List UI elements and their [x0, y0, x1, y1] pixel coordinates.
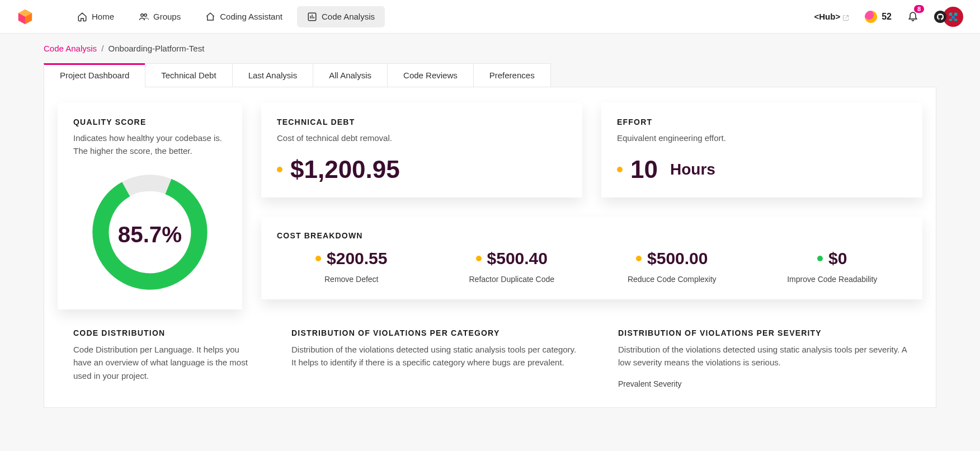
card-quality-score: QUALITY SCORE Indicates how healthy your… — [58, 103, 242, 309]
svg-rect-9 — [949, 18, 953, 21]
notification-badge: 8 — [914, 5, 924, 13]
breakdown-label: Improve Code Readability — [758, 275, 907, 284]
card-title: DISTRIBUTION OF VIOLATIONS PER CATEGORY — [291, 328, 580, 337]
svg-rect-10 — [954, 18, 958, 21]
quality-value: 85.7% — [118, 222, 182, 247]
hub-link[interactable]: <Hub> — [814, 12, 850, 21]
effort-unit: Hours — [670, 161, 715, 178]
nav-label: Coding Assistant — [220, 12, 282, 21]
top-nav: Home Groups Coding Assistant Code Analys… — [0, 0, 980, 34]
svg-rect-6 — [949, 12, 953, 16]
nav-coding-assistant[interactable]: Coding Assistant — [195, 6, 293, 27]
card-code-distribution: CODE DISTRIBUTION Code Distribution per … — [71, 328, 256, 388]
breadcrumb-sep: / — [101, 44, 103, 53]
nav-label: Groups — [153, 12, 181, 21]
breakdown-label: Refactor Duplicate Code — [437, 275, 587, 284]
breakdown-label: Remove Defect — [277, 275, 426, 284]
breakdown-value: $500.00 — [647, 250, 708, 267]
card-title: CODE DISTRIBUTION — [73, 328, 253, 337]
coin-count: 52 — [882, 12, 892, 22]
card-title: DISTRIBUTION OF VIOLATIONS PER SEVERITY — [618, 328, 907, 337]
svg-rect-8 — [951, 16, 955, 19]
card-violations-category: DISTRIBUTION OF VIOLATIONS PER CATEGORY … — [275, 328, 597, 388]
analysis-icon — [307, 12, 317, 22]
card-title: TECHNICAL DEBT — [277, 118, 567, 126]
status-dot-icon — [617, 167, 623, 172]
svg-point-3 — [141, 13, 144, 16]
svg-point-4 — [144, 13, 147, 16]
card-technical-debt: TECHNICAL DEBT Cost of technical debt re… — [261, 103, 582, 198]
hub-label: <Hub> — [814, 12, 841, 21]
card-subtitle: Distribution of the violations detected … — [291, 343, 580, 369]
card-effort: EFFORT Equivalent engineering effort. 10… — [601, 103, 922, 198]
quality-gauge: 85.7% — [73, 171, 227, 294]
assistant-icon — [205, 12, 215, 22]
card-subtitle: Equivalent engineering effort. — [617, 132, 907, 145]
breakdown-value: $500.40 — [487, 250, 548, 267]
breadcrumb-root[interactable]: Code Analysis — [44, 44, 97, 53]
page: Code Analysis / Onboarding-Platform-Test… — [0, 34, 980, 430]
card-title: QUALITY SCORE — [73, 118, 227, 126]
nav-label: Code Analysis — [322, 12, 375, 21]
breakdown-value: $0 — [828, 250, 847, 267]
effort-value: 10 — [630, 157, 658, 182]
status-dot-icon — [315, 256, 321, 261]
prevalent-severity-label: Prevalent Severity — [618, 379, 907, 388]
card-title: COST BREAKDOWN — [277, 231, 907, 240]
breakdown-value: $200.55 — [327, 250, 387, 267]
tab-last-analysis[interactable]: Last Analysis — [232, 63, 314, 87]
nav-groups[interactable]: Groups — [129, 6, 191, 27]
tab-all-analysis[interactable]: All Analysis — [313, 63, 388, 87]
nav-code-analysis[interactable]: Code Analysis — [297, 6, 385, 27]
card-cost-breakdown: COST BREAKDOWN $200.55 Remove Defect — [261, 217, 922, 299]
breadcrumb: Code Analysis / Onboarding-Platform-Test — [44, 44, 936, 53]
groups-icon — [139, 12, 149, 22]
breakdown-item-remove-defect: $200.55 Remove Defect — [277, 250, 426, 284]
external-link-icon — [842, 13, 849, 20]
tab-preferences[interactable]: Preferences — [473, 63, 551, 87]
status-dot-icon — [277, 167, 282, 172]
home-icon — [77, 12, 87, 22]
tabs: Project Dashboard Technical Debt Last An… — [44, 63, 936, 87]
nav-home[interactable]: Home — [67, 6, 124, 27]
tab-content: QUALITY SCORE Indicates how healthy your… — [44, 87, 936, 408]
account-menu[interactable] — [934, 7, 963, 27]
status-dot-icon — [817, 256, 823, 261]
technical-debt-value: $1,200.95 — [290, 157, 400, 182]
card-violations-severity: DISTRIBUTION OF VIOLATIONS PER SEVERITY … — [616, 328, 909, 388]
breakdown-label: Reduce Code Complexity — [597, 275, 747, 284]
tab-technical-debt[interactable]: Technical Debt — [145, 63, 232, 87]
coin-balance[interactable]: 52 — [865, 11, 892, 23]
card-subtitle: Cost of technical debt removal. — [277, 132, 567, 145]
github-icon — [934, 11, 946, 23]
breakdown-item-improve-readability: $0 Improve Code Readability — [758, 250, 907, 284]
tab-code-reviews[interactable]: Code Reviews — [387, 63, 474, 87]
breakdown-item-refactor-duplicate: $500.40 Refactor Duplicate Code — [437, 250, 587, 284]
status-dot-icon — [476, 256, 482, 261]
nav-items: Home Groups Coding Assistant Code Analys… — [67, 6, 385, 27]
card-subtitle: Distribution of the violations detected … — [618, 343, 907, 369]
card-subtitle: Code Distribution per Language. It helps… — [73, 343, 253, 382]
nav-right: <Hub> 52 8 — [814, 7, 963, 27]
breakdown-item-reduce-complexity: $500.00 Reduce Code Complexity — [597, 250, 747, 284]
notifications-button[interactable]: 8 — [907, 10, 918, 24]
coin-icon — [865, 11, 877, 23]
svg-rect-7 — [954, 12, 958, 16]
status-dot-icon — [636, 256, 642, 261]
tab-project-dashboard[interactable]: Project Dashboard — [44, 63, 145, 87]
nav-label: Home — [92, 12, 114, 21]
card-title: EFFORT — [617, 118, 907, 126]
card-subtitle: Indicates how healthy your codebase is. … — [73, 132, 227, 157]
breadcrumb-current: Onboarding-Platform-Test — [109, 44, 205, 53]
app-logo[interactable] — [17, 8, 34, 25]
